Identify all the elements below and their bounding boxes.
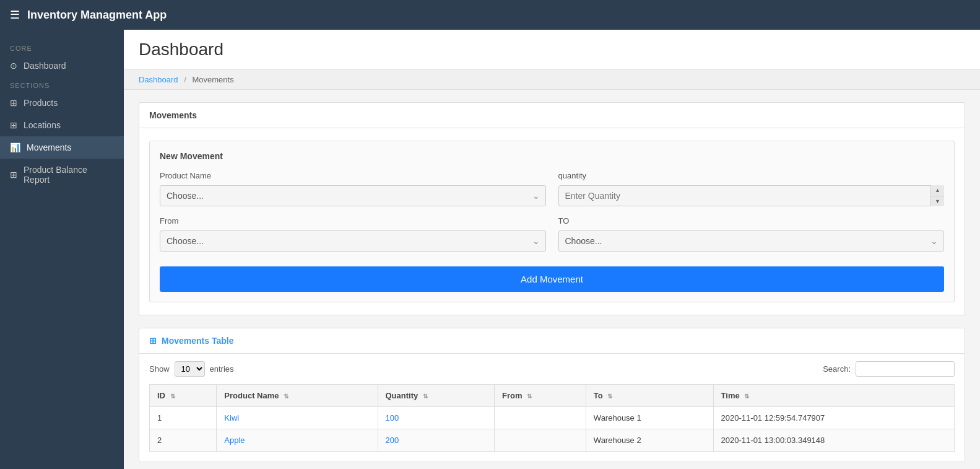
breadcrumb: Dashboard / Movements <box>124 70 980 90</box>
movements-table-card: ⊞ Movements Table Show 10 entries Search… <box>139 328 965 462</box>
cell-product-name: Apple <box>217 429 378 452</box>
movements-table-header: ⊞ Movements Table <box>139 328 965 354</box>
product-name-select-wrapper: Choose... <box>160 185 546 206</box>
quantity-label: quantity <box>558 171 945 180</box>
quantity-spin-up[interactable]: ▲ <box>931 185 944 196</box>
table-body: 1 Kiwi 100 Warehouse 1 2020-11-01 12:59:… <box>150 407 955 452</box>
page-title: Dashboard <box>139 40 965 59</box>
cell-id: 1 <box>150 407 217 429</box>
from-label: From <box>160 216 546 226</box>
sidebar: CORE ⊙ Dashboard SECTIONS ⊞ Products ⊞ L… <box>0 30 124 469</box>
cell-time: 2020-11-01 12:59:54.747907 <box>713 407 954 429</box>
col-header-from[interactable]: From ⇅ <box>495 385 586 407</box>
cell-time: 2020-11-01 13:00:03.349148 <box>713 429 954 452</box>
locations-icon: ⊞ <box>10 120 17 130</box>
breadcrumb-separator: / <box>184 75 186 84</box>
product-name-label: Product Name <box>160 171 546 180</box>
sidebar-item-label: Movements <box>27 142 71 152</box>
quantity-spin-buttons: ▲ ▼ <box>930 185 944 206</box>
products-icon: ⊞ <box>10 98 17 108</box>
product-name-group: Product Name Choose... <box>160 171 546 206</box>
col-header-time[interactable]: Time ⇅ <box>713 385 954 407</box>
quantity-input[interactable] <box>558 185 945 206</box>
table-row: 2 Apple 200 Warehouse 2 2020-11-01 13:00… <box>150 429 955 452</box>
product-name-select[interactable]: Choose... <box>160 185 546 206</box>
table-controls: Show 10 entries Search: <box>139 354 965 384</box>
quantity-spin-down[interactable]: ▼ <box>931 196 944 207</box>
sidebar-item-label: Locations <box>24 120 61 130</box>
search-group: Search: <box>823 361 955 377</box>
cell-quantity: 200 <box>378 429 495 452</box>
new-movement-title: New Movement <box>160 151 944 161</box>
form-row-2: From Choose... TO <box>160 216 944 252</box>
sidebar-item-label: Dashboard <box>24 61 66 71</box>
search-input[interactable] <box>856 361 955 377</box>
breadcrumb-home-link[interactable]: Dashboard <box>139 75 178 84</box>
from-group: From Choose... <box>160 216 546 252</box>
table-header-row: ID ⇅ Product Name ⇅ Quantity ⇅ <box>150 385 955 407</box>
sort-icon-id: ⇅ <box>170 393 175 400</box>
show-entries-group: Show 10 entries <box>149 361 234 377</box>
movements-table-title: Movements Table <box>162 336 233 346</box>
table-wrapper: ID ⇅ Product Name ⇅ Quantity ⇅ <box>139 384 965 462</box>
entries-select[interactable]: 10 <box>175 361 205 377</box>
sort-icon-to: ⇅ <box>607 393 612 400</box>
table-row: 1 Kiwi 100 Warehouse 1 2020-11-01 12:59:… <box>150 407 955 429</box>
to-select[interactable]: Choose... <box>558 230 945 252</box>
sort-icon-time: ⇅ <box>744 393 749 400</box>
col-header-quantity[interactable]: Quantity ⇅ <box>378 385 495 407</box>
entries-label: entries <box>210 364 234 374</box>
sidebar-item-locations[interactable]: ⊞ Locations <box>0 114 124 136</box>
main-content: Dashboard Dashboard / Movements Movement… <box>124 30 980 469</box>
col-header-product-name[interactable]: Product Name ⇅ <box>217 385 378 407</box>
movements-card-body: New Movement Product Name Choose... <box>139 128 965 315</box>
table-icon: ⊞ <box>149 336 157 346</box>
to-label: TO <box>558 216 945 226</box>
movements-card-header: Movements <box>139 103 965 128</box>
cell-from <box>495 407 586 429</box>
table-head: ID ⇅ Product Name ⇅ Quantity ⇅ <box>150 385 955 407</box>
to-group: TO Choose... <box>558 216 945 252</box>
topbar: ☰ Inventory Managment App <box>0 0 980 30</box>
cell-quantity: 100 <box>378 407 495 429</box>
dashboard-icon: ⊙ <box>10 61 17 71</box>
sort-icon-from: ⇅ <box>527 393 532 400</box>
cell-id: 2 <box>150 429 217 452</box>
show-label: Show <box>149 364 170 374</box>
cell-product-name: Kiwi <box>217 407 378 429</box>
cell-from <box>495 429 586 452</box>
sort-icon-quantity: ⇅ <box>423 393 428 400</box>
sidebar-item-label: Product Balance Report <box>24 165 114 185</box>
movements-data-table: ID ⇅ Product Name ⇅ Quantity ⇅ <box>149 384 955 452</box>
movements-icon: 📊 <box>10 142 20 152</box>
report-icon: ⊞ <box>10 170 17 180</box>
hamburger-icon[interactable]: ☰ <box>10 9 20 20</box>
col-header-id[interactable]: ID ⇅ <box>150 385 217 407</box>
quantity-group: quantity ▲ ▼ <box>558 171 945 206</box>
col-header-to[interactable]: To ⇅ <box>586 385 713 407</box>
sidebar-item-product-balance-report[interactable]: ⊞ Product Balance Report <box>0 159 124 191</box>
from-select[interactable]: Choose... <box>160 230 546 252</box>
movements-card: Movements New Movement Product Name Choo… <box>139 102 965 315</box>
from-select-wrapper: Choose... <box>160 230 546 252</box>
new-movement-form: New Movement Product Name Choose... <box>149 141 955 302</box>
cell-to: Warehouse 2 <box>586 429 713 452</box>
search-label: Search: <box>823 364 851 374</box>
sidebar-core-label: CORE <box>0 40 124 55</box>
sidebar-item-products[interactable]: ⊞ Products <box>0 92 124 114</box>
to-select-wrapper: Choose... <box>558 230 945 252</box>
sidebar-item-label: Products <box>24 98 58 108</box>
app-title: Inventory Managment App <box>27 9 167 22</box>
sidebar-item-dashboard[interactable]: ⊙ Dashboard <box>0 55 124 77</box>
page-header: Dashboard <box>124 30 980 70</box>
add-movement-button[interactable]: Add Movement <box>160 266 944 292</box>
cell-to: Warehouse 1 <box>586 407 713 429</box>
content-area: Movements New Movement Product Name Choo… <box>124 90 980 469</box>
quantity-spinner-wrapper: ▲ ▼ <box>558 185 945 206</box>
sidebar-sections-label: SECTIONS <box>0 77 124 92</box>
layout: CORE ⊙ Dashboard SECTIONS ⊞ Products ⊞ L… <box>0 30 980 469</box>
sidebar-item-movements[interactable]: 📊 Movements <box>0 136 124 159</box>
breadcrumb-current: Movements <box>192 75 233 84</box>
sort-icon-product-name: ⇅ <box>284 393 288 400</box>
form-row-1: Product Name Choose... quantity <box>160 171 944 206</box>
